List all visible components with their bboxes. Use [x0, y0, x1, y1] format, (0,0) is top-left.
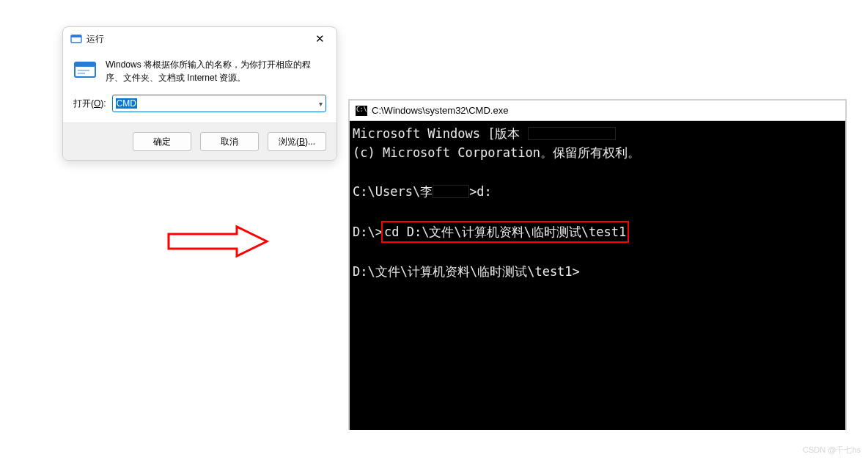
run-command-value: CMD [116, 98, 137, 109]
cmd-blank [353, 201, 842, 220]
cmd-window: C:\Windows\system32\CMD.exe Microsoft Wi… [348, 99, 847, 430]
svg-rect-3 [75, 62, 95, 67]
cmd-line-version: Microsoft Windows [版本 [353, 124, 842, 143]
cmd-blank [353, 243, 842, 262]
cmd-line-copyright: (c) Microsoft Corporation。保留所有权利。 [353, 143, 842, 162]
svg-rect-5 [78, 73, 85, 74]
redacted-username [433, 185, 469, 198]
run-dialog: 运行 ✕ Windows 将根据你所输入的名称，为你打开相应的程序、文件夹、文档… [62, 26, 337, 161]
cmd-line-cdrive: C:\Users\李>d: [353, 182, 842, 201]
cmd-icon [356, 106, 367, 116]
run-title-left: 运行 [70, 33, 104, 45]
run-description-row: Windows 将根据你所输入的名称，为你打开相应的程序、文件夹、文档或 Int… [73, 58, 326, 84]
run-program-icon [70, 33, 82, 45]
run-dialog-title: 运行 [87, 33, 104, 45]
highlighted-command: cd D:\文件\计算机资料\临时测试\test1 [381, 221, 629, 243]
cmd-line-prompt: D:\文件\计算机资料\临时测试\test1> [353, 262, 842, 281]
svg-rect-1 [71, 35, 81, 37]
run-dialog-body: Windows 将根据你所输入的名称，为你打开相应的程序、文件夹、文档或 Int… [63, 51, 336, 123]
ok-button[interactable]: 确定 [133, 132, 191, 151]
cmd-titlebar[interactable]: C:\Windows\system32\CMD.exe [350, 101, 845, 121]
run-dialog-titlebar[interactable]: 运行 ✕ [63, 27, 336, 51]
run-input-row: 打开(O): CMD ▾ [73, 95, 326, 112]
run-command-input[interactable]: CMD ▾ [112, 95, 326, 112]
svg-rect-4 [78, 70, 89, 71]
watermark-text: CSDN @千七hs [803, 445, 861, 456]
redacted-version [528, 127, 616, 140]
arrow-annotation-icon [167, 224, 270, 259]
run-description-text: Windows 将根据你所输入的名称，为你打开相应的程序、文件夹、文档或 Int… [106, 58, 326, 84]
cancel-button[interactable]: 取消 [200, 132, 259, 151]
cmd-title-text: C:\Windows\system32\CMD.exe [372, 105, 508, 116]
cmd-blank [353, 163, 842, 182]
close-icon[interactable]: ✕ [311, 31, 329, 47]
run-program-large-icon [73, 58, 97, 81]
run-dialog-footer: 确定 取消 浏览(B)... [63, 123, 336, 160]
chevron-down-icon[interactable]: ▾ [319, 100, 323, 108]
browse-button[interactable]: 浏览(B)... [268, 132, 326, 151]
cmd-terminal-body[interactable]: Microsoft Windows [版本 (c) Microsoft Corp… [350, 121, 845, 430]
open-label: 打开(O): [73, 98, 106, 110]
cmd-line-cd: D:\>cd D:\文件\计算机资料\临时测试\test1 [353, 221, 842, 243]
